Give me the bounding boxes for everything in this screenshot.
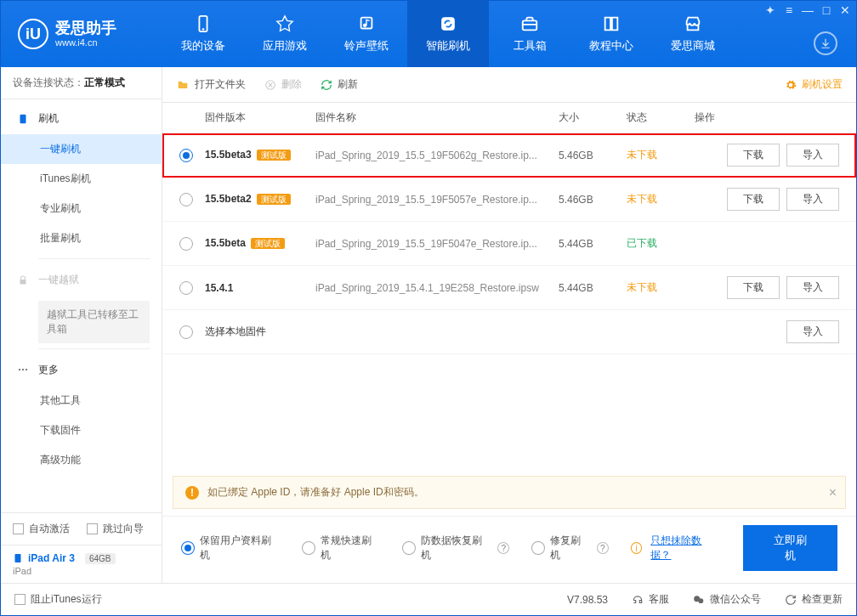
sidebar-item[interactable]: 下载固件 bbox=[1, 415, 162, 445]
import-button[interactable]: 导入 bbox=[786, 188, 839, 211]
svg-point-10 bbox=[698, 598, 703, 603]
appleid-alert: ! 如已绑定 Apple ID，请准备好 Apple ID和密码。 × bbox=[173, 476, 846, 509]
window-controls: ✦ ≡ — □ ✕ bbox=[764, 4, 851, 16]
book-icon bbox=[602, 14, 621, 33]
close-icon[interactable]: ✕ bbox=[839, 4, 851, 16]
opt-antirecovery[interactable]: 防数据恢复刷机? bbox=[402, 534, 509, 562]
import-button[interactable]: 导入 bbox=[786, 276, 839, 299]
row-radio[interactable] bbox=[179, 281, 193, 295]
sidebar-head-flash[interactable]: 刷机 bbox=[1, 103, 162, 134]
opt-normal[interactable]: 常规快速刷机 bbox=[302, 534, 380, 562]
sidebar-item[interactable]: 一键刷机 bbox=[1, 134, 162, 164]
firmware-row[interactable]: 选择本地固件导入 bbox=[162, 310, 856, 354]
ipad-icon bbox=[13, 552, 23, 564]
alert-close-icon[interactable]: × bbox=[829, 485, 837, 500]
download-button[interactable]: 下载 bbox=[727, 276, 780, 299]
import-button[interactable]: 导入 bbox=[786, 320, 839, 343]
device-type: iPad bbox=[13, 566, 150, 576]
row-radio[interactable] bbox=[179, 325, 193, 339]
main-panel: 打开文件夹 删除 刷新 刷机设置 固件版本 固件名称 大小 状态 操作 1 bbox=[162, 67, 856, 583]
firmware-row[interactable]: 15.5beta2测试版iPad_Spring_2019_15.5_19F505… bbox=[162, 178, 856, 222]
support-link[interactable]: 客服 bbox=[632, 592, 669, 607]
flash-now-button[interactable]: 立即刷机 bbox=[743, 525, 837, 571]
delete-button: 删除 bbox=[264, 77, 302, 92]
wechat-icon bbox=[693, 594, 705, 606]
firmware-status: 未下载 bbox=[627, 192, 695, 206]
apps-icon bbox=[275, 14, 294, 33]
skin-icon[interactable]: ✦ bbox=[764, 4, 776, 16]
sidebar: 设备连接状态：正常模式 刷机 一键刷机iTunes刷机专业刷机批量刷机 一键越狱… bbox=[1, 67, 162, 583]
refresh-button[interactable]: 刷新 bbox=[321, 77, 358, 92]
nav-music[interactable]: 铃声壁纸 bbox=[326, 1, 407, 67]
sidebar-item[interactable]: 高级功能 bbox=[1, 445, 162, 475]
opt-repair[interactable]: 修复刷机? bbox=[531, 534, 608, 562]
open-folder-button[interactable]: 打开文件夹 bbox=[176, 77, 246, 92]
firmware-name: iPad_Spring_2019_15.4.1_19E258_Restore.i… bbox=[315, 282, 559, 294]
flash-icon bbox=[16, 112, 30, 126]
download-button[interactable]: 下载 bbox=[727, 144, 780, 167]
download-manager-icon[interactable] bbox=[814, 31, 837, 55]
row-radio[interactable] bbox=[179, 149, 193, 162]
minimize-icon[interactable]: — bbox=[802, 4, 814, 16]
firmware-row[interactable]: 15.5beta3测试版iPad_Spring_2019_15.5_19F506… bbox=[162, 133, 856, 178]
firmware-row[interactable]: 15.4.1iPad_Spring_2019_15.4.1_19E258_Res… bbox=[162, 266, 856, 310]
nav-label: 我的设备 bbox=[181, 38, 225, 54]
firmware-size: 5.46GB bbox=[559, 194, 627, 206]
sidebar-item[interactable]: 其他工具 bbox=[1, 386, 162, 415]
nav-label: 教程中心 bbox=[589, 38, 633, 54]
skip-guide-checkbox[interactable]: 跳过向导 bbox=[87, 522, 144, 536]
row-radio[interactable] bbox=[179, 237, 193, 251]
warning-icon: ! bbox=[185, 486, 199, 500]
opt-keep-data[interactable]: 保留用户资料刷机 bbox=[181, 534, 280, 562]
col-name: 固件名称 bbox=[315, 110, 559, 125]
col-size: 大小 bbox=[559, 110, 627, 125]
nav-toolbox[interactable]: 工具箱 bbox=[489, 1, 570, 67]
nav-refresh[interactable]: 智能刷机 bbox=[407, 1, 489, 67]
import-button[interactable]: 导入 bbox=[786, 144, 839, 167]
check-update-link[interactable]: 检查更新 bbox=[785, 592, 843, 607]
device-info[interactable]: iPad Air 3 64GB iPad bbox=[1, 545, 162, 583]
firmware-status: 未下载 bbox=[627, 148, 695, 162]
headset-icon bbox=[632, 594, 644, 606]
help-icon[interactable]: ? bbox=[497, 542, 509, 554]
col-version: 固件版本 bbox=[205, 110, 315, 125]
sidebar-item[interactable]: 专业刷机 bbox=[1, 194, 162, 223]
firmware-size: 5.44GB bbox=[559, 282, 627, 294]
connection-status: 设备连接状态：正常模式 bbox=[1, 67, 162, 99]
flash-settings-button[interactable]: 刷机设置 bbox=[785, 77, 843, 92]
maximize-icon[interactable]: □ bbox=[820, 4, 832, 16]
firmware-status: 已下载 bbox=[627, 236, 695, 251]
info-icon: i bbox=[631, 542, 643, 554]
app-url: www.i4.cn bbox=[55, 37, 116, 48]
sidebar-head-more[interactable]: ⋯ 更多 bbox=[1, 354, 162, 386]
col-action: 操作 bbox=[695, 110, 839, 125]
nav-apps[interactable]: 应用游戏 bbox=[244, 1, 326, 67]
logo: iU 爱思助手 www.i4.cn bbox=[1, 19, 162, 49]
nav-book[interactable]: 教程中心 bbox=[570, 1, 652, 67]
refresh-icon bbox=[439, 14, 457, 33]
shop-icon bbox=[684, 14, 702, 33]
menu-icon[interactable]: ≡ bbox=[783, 4, 795, 16]
help-icon[interactable]: ? bbox=[597, 542, 609, 554]
nav-shop[interactable]: 爱思商城 bbox=[652, 1, 734, 67]
version-text: 15.5beta2 bbox=[205, 193, 252, 205]
row-radio[interactable] bbox=[179, 193, 193, 206]
firmware-size: 5.46GB bbox=[559, 150, 627, 161]
svg-rect-6 bbox=[20, 114, 26, 123]
download-button[interactable]: 下载 bbox=[727, 188, 780, 211]
svg-rect-7 bbox=[15, 554, 21, 562]
music-icon bbox=[357, 14, 376, 33]
auto-activate-checkbox[interactable]: 自动激活 bbox=[13, 522, 70, 536]
block-itunes-checkbox[interactable]: 阻止iTunes运行 bbox=[14, 592, 102, 607]
sidebar-head-jailbreak: 一键越狱 bbox=[1, 264, 162, 296]
nav-label: 铃声壁纸 bbox=[344, 38, 389, 54]
wechat-link[interactable]: 微信公众号 bbox=[693, 592, 761, 607]
nav-device[interactable]: 我的设备 bbox=[162, 1, 244, 67]
gear-icon bbox=[785, 79, 797, 91]
flash-options: 保留用户资料刷机 常规快速刷机 防数据恢复刷机? 修复刷机? i只想抹除数据？ … bbox=[162, 516, 856, 583]
firmware-size: 5.44GB bbox=[559, 238, 627, 250]
sidebar-item[interactable]: iTunes刷机 bbox=[1, 164, 162, 194]
erase-link[interactable]: i只想抹除数据？ bbox=[631, 534, 721, 562]
firmware-row[interactable]: 15.5beta测试版iPad_Spring_2019_15.5_19F5047… bbox=[162, 222, 856, 266]
sidebar-item[interactable]: 批量刷机 bbox=[1, 223, 162, 253]
